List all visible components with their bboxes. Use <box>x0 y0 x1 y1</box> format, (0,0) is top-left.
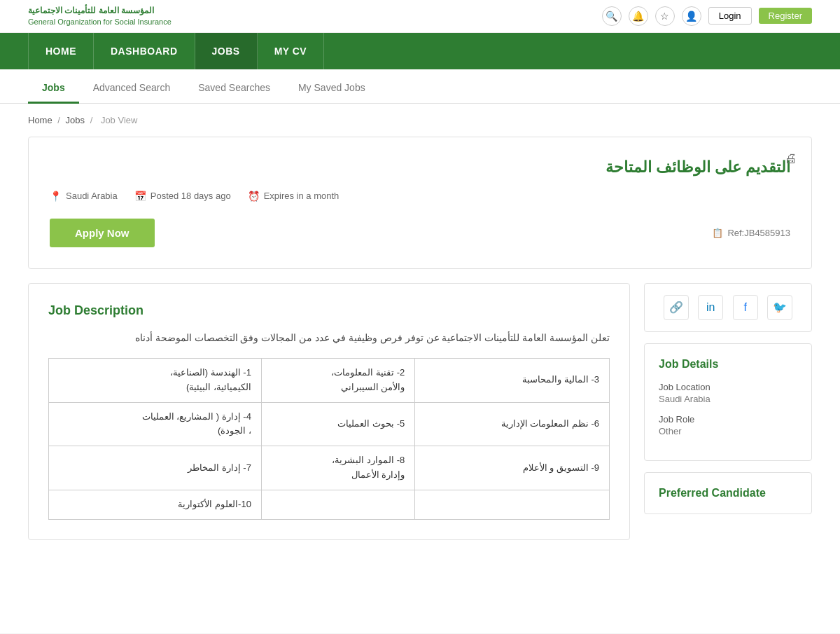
main-column: Job Description تعلن المؤسسة العامة للتأ… <box>28 283 630 540</box>
desc-title: Job Description <box>48 303 610 318</box>
content-area: 🖨 التقديم على الوظائف المتاحة 📍 Saudi Ar… <box>0 137 840 568</box>
apply-now-button[interactable]: Apply Now <box>50 219 155 247</box>
side-column: 🔗 in f 🐦 Job Details Job Location Saudi … <box>644 283 812 525</box>
breadcrumb: Home / Jobs / Job View <box>0 104 840 137</box>
job-meta: 📍 Saudi Arabia 📅 Posted 18 days ago ⏰ Ex… <box>50 191 790 202</box>
job-posted: Posted 18 days ago <box>150 191 231 201</box>
tab-saved-searches[interactable]: Saved Searches <box>184 69 284 104</box>
table-cell: 1- الهندسة (الصناعية، الكيميائية، البيئي… <box>49 359 262 403</box>
detail-location-value: Saudi Arabia <box>659 394 797 404</box>
logo-ar: المؤسسة العامة للتأمينات الاجتماعية <box>28 6 172 17</box>
clock-icon: ⏰ <box>248 191 260 202</box>
detail-location-label: Job Location <box>659 382 797 392</box>
nav-jobs[interactable]: JOBS <box>195 33 258 69</box>
detail-role-label: Job Role <box>659 414 797 425</box>
job-details-title: Job Details <box>659 358 797 371</box>
detail-location-row: Job Location Saudi Arabia <box>659 382 797 404</box>
nav-mycv[interactable]: MY CV <box>258 33 325 69</box>
table-cell: 8- الموارد البشرية، وإدارة الأعمال <box>261 446 414 490</box>
job-expires: Expires in a month <box>264 191 340 201</box>
table-cell <box>415 490 610 519</box>
specs-table: 3- المالية والمحاسبة2- تقنية المعلومات، … <box>48 358 610 520</box>
table-cell: 5- بحوث العمليات <box>261 402 414 446</box>
job-actions: Apply Now 📋 Ref:JB4585913 <box>50 219 790 247</box>
tab-jobs[interactable]: Jobs <box>28 69 79 104</box>
job-location-meta: 📍 Saudi Arabia <box>50 191 118 202</box>
detail-role-value: Other <box>659 426 797 436</box>
link-icon[interactable]: 🔗 <box>664 295 689 320</box>
top-bar: المؤسسة العامة للتأمينات الاجتماعية Gene… <box>0 0 840 33</box>
table-cell <box>261 490 414 519</box>
location-icon: 📍 <box>50 191 62 202</box>
calendar-icon: 📅 <box>134 191 146 202</box>
job-ref: 📋 Ref:JB4585913 <box>712 228 790 238</box>
job-description-card: Job Description تعلن المؤسسة العامة للتأ… <box>28 283 630 540</box>
table-cell: 2- تقنية المعلومات، والأمن السيبراني <box>261 359 414 403</box>
search-icon[interactable]: 🔍 <box>602 6 622 26</box>
desc-intro: تعلن المؤسسة العامة للتأمينات الاجتماعية… <box>48 329 610 347</box>
table-cell: 4- إدارة ( المشاريع، العمليات ، الجودة) <box>49 402 262 446</box>
breadcrumb-sep1: / <box>57 115 62 125</box>
linkedin-icon[interactable]: in <box>698 295 723 320</box>
breadcrumb-sep2: / <box>90 115 95 125</box>
job-location: Saudi Arabia <box>66 191 118 201</box>
table-cell: 10-العلوم الأكتوارية <box>49 490 262 519</box>
bell-icon[interactable]: 🔔 <box>629 6 648 26</box>
main-nav: HOME DASHBOARD JOBS MY CV <box>0 33 840 69</box>
tabs-section: Jobs Advanced Search Saved Searches My S… <box>0 69 840 104</box>
tab-advanced-search[interactable]: Advanced Search <box>79 69 185 104</box>
breadcrumb-current: Job View <box>101 115 138 125</box>
table-cell: 3- المالية والمحاسبة <box>415 359 610 403</box>
job-title: التقديم على الوظائف المتاحة <box>50 158 790 177</box>
login-button[interactable]: Login <box>708 7 752 25</box>
table-cell: 9- التسويق و الأعلام <box>415 446 610 490</box>
twitter-icon[interactable]: 🐦 <box>767 295 792 320</box>
tabs: Jobs Advanced Search Saved Searches My S… <box>28 69 812 103</box>
preferred-title: Preferred Candidate <box>659 487 797 499</box>
detail-role-row: Job Role Other <box>659 414 797 436</box>
job-posted-meta: 📅 Posted 18 days ago <box>134 191 231 202</box>
star-icon[interactable]: ☆ <box>655 6 675 26</box>
ref-number: Ref:JB4585913 <box>727 228 790 238</box>
logo: المؤسسة العامة للتأمينات الاجتماعية Gene… <box>28 6 172 27</box>
breadcrumb-jobs[interactable]: Jobs <box>66 115 85 125</box>
ref-icon: 📋 <box>712 228 723 238</box>
nav-home[interactable]: HOME <box>28 33 94 69</box>
logo-en: General Organization for Social Insuranc… <box>28 17 172 27</box>
register-button[interactable]: Register <box>759 8 812 24</box>
table-cell: 6- نظم المعلومات الإدارية <box>415 402 610 446</box>
breadcrumb-home[interactable]: Home <box>28 115 52 125</box>
two-col-layout: Job Description تعلن المؤسسة العامة للتأ… <box>28 283 812 540</box>
nav-dashboard[interactable]: DASHBOARD <box>94 33 195 69</box>
share-card: 🔗 in f 🐦 <box>644 283 812 332</box>
topbar-right: 🔍 🔔 ☆ 👤 Login Register <box>602 6 812 26</box>
page-container: Jobs Advanced Search Saved Searches My S… <box>0 69 840 633</box>
print-icon[interactable]: 🖨 <box>785 151 797 166</box>
job-header-card: 🖨 التقديم على الوظائف المتاحة 📍 Saudi Ar… <box>28 137 812 269</box>
job-expires-meta: ⏰ Expires in a month <box>248 191 340 202</box>
table-cell: 7- إدارة المخاطر <box>49 446 262 490</box>
facebook-icon[interactable]: f <box>733 295 758 320</box>
tab-my-saved-jobs[interactable]: My Saved Jobs <box>284 69 379 104</box>
user-icon[interactable]: 👤 <box>682 6 701 26</box>
preferred-candidate-card: Preferred Candidate <box>644 472 812 514</box>
job-details-card: Job Details Job Location Saudi Arabia Jo… <box>644 343 812 461</box>
